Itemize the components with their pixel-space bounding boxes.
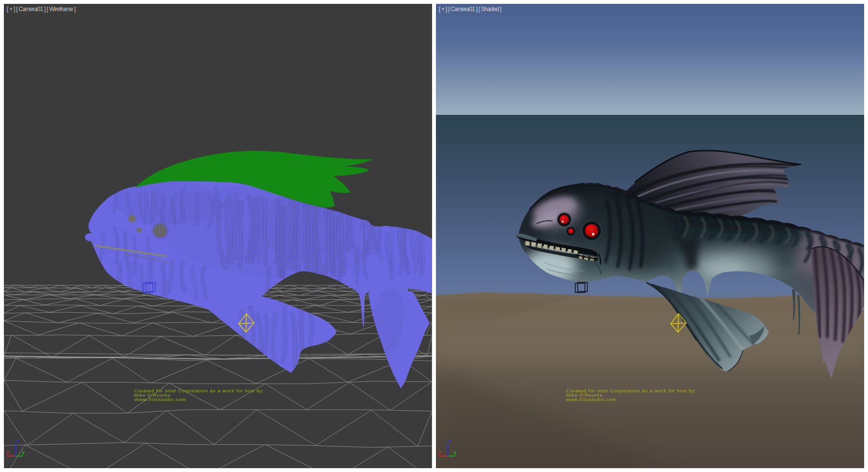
svg-text:y: y: [22, 449, 25, 455]
svg-text:www.fritzstudio.com: www.fritzstudio.com: [566, 397, 616, 402]
svg-text:z: z: [16, 438, 19, 444]
svg-text:x: x: [6, 449, 10, 455]
svg-text:Www.fritzstudio.com: Www.fritzstudio.com: [134, 397, 186, 402]
svg-text:y: y: [454, 449, 457, 455]
svg-text:x: x: [438, 449, 442, 455]
svg-text:[ + ] [ Camera01 ] [ Shaded ]: [ + ] [ Camera01 ] [ Shaded ]: [439, 6, 502, 13]
svg-text:[ + ] [ Camera01 ] [ Wireframe: [ + ] [ Camera01 ] [ Wireframe ]: [7, 6, 76, 13]
svg-text:z: z: [448, 438, 451, 444]
